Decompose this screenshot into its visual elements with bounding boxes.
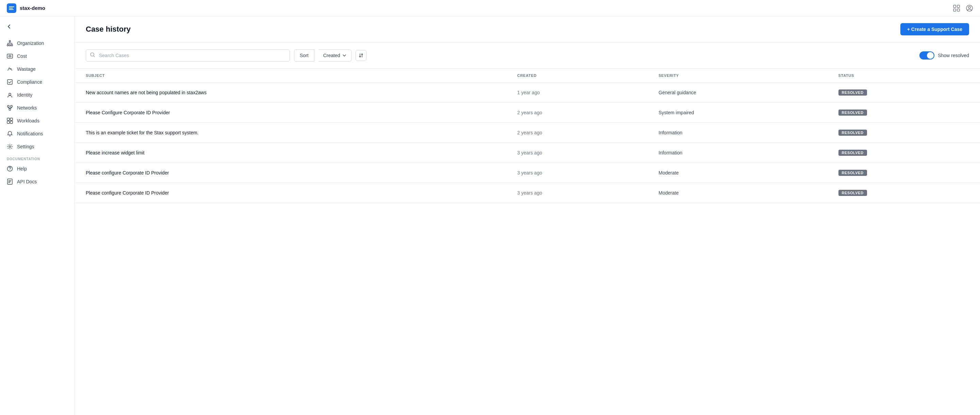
svg-rect-19	[10, 118, 13, 121]
svg-rect-16	[11, 105, 12, 107]
show-resolved-toggle[interactable]	[920, 51, 934, 59]
sidebar-label-cost: Cost	[17, 53, 27, 59]
table-body: New account names are not being populate…	[75, 83, 980, 203]
table-row[interactable]: Please Configure Corporate ID Provider 2…	[75, 103, 980, 123]
header-actions	[953, 5, 973, 12]
cell-status: RESOLVED	[827, 103, 980, 123]
sidebar-item-workloads[interactable]: Workloads	[0, 114, 75, 127]
status-badge: RESOLVED	[838, 170, 867, 176]
app-branding: stax-demo	[7, 3, 45, 13]
cell-subject: Please configure Corporate ID Provider	[75, 183, 506, 203]
svg-rect-17	[9, 108, 11, 110]
sort-field-dropdown[interactable]: Created	[318, 49, 352, 62]
sidebar-label-help: Help	[17, 166, 27, 172]
svg-rect-13	[8, 80, 12, 84]
sidebar-item-api-docs[interactable]: API Docs	[0, 175, 75, 188]
cell-status: RESOLVED	[827, 83, 980, 103]
search-cases-input[interactable]	[86, 49, 290, 62]
profile-icon[interactable]	[966, 5, 973, 12]
sidebar-label-compliance: Compliance	[17, 79, 42, 85]
svg-rect-20	[7, 121, 10, 124]
col-header-severity: SEVERITY	[648, 69, 827, 83]
api-docs-icon	[7, 178, 13, 185]
cell-status: RESOLVED	[827, 183, 980, 203]
app-logo-icon	[7, 3, 16, 13]
sidebar-item-wastage[interactable]: Wastage	[0, 63, 75, 76]
networks-icon	[7, 105, 13, 111]
sidebar-label-settings: Settings	[17, 144, 34, 149]
status-badge: RESOLVED	[838, 110, 867, 116]
sidebar-item-compliance[interactable]: Compliance	[0, 76, 75, 89]
show-resolved-label: Show resolved	[938, 53, 969, 58]
cases-table: SUBJECT CREATED SEVERITY STATUS New acco…	[75, 69, 980, 203]
cell-created: 3 years ago	[506, 183, 648, 203]
sidebar-item-identity[interactable]: Identity	[0, 89, 75, 101]
sort-button[interactable]: Sort	[294, 49, 314, 62]
notifications-icon	[7, 130, 13, 137]
table-row[interactable]: This is an example ticket for the Stax s…	[75, 123, 980, 143]
cell-severity: Information	[648, 143, 827, 163]
cell-status: RESOLVED	[827, 163, 980, 183]
sidebar-label-wastage: Wastage	[17, 66, 36, 72]
svg-point-22	[9, 146, 11, 148]
docs-section-label: DOCUMENTATION	[0, 153, 75, 162]
help-icon	[7, 166, 13, 172]
sidebar-item-cost[interactable]: Cost	[0, 50, 75, 63]
status-badge: RESOLVED	[838, 149, 867, 156]
cell-created: 3 years ago	[506, 143, 648, 163]
table-row[interactable]: Please configure Corporate ID Provider 3…	[75, 163, 980, 183]
table-row[interactable]: New account names are not being populate…	[75, 83, 980, 103]
cell-severity: System impaired	[648, 103, 827, 123]
status-badge: RESOLVED	[838, 190, 867, 196]
sidebar-label-notifications: Notifications	[17, 131, 43, 137]
sort-arrows-icon	[358, 53, 364, 58]
sidebar-item-organization[interactable]: Organization	[0, 37, 75, 50]
svg-rect-9	[9, 45, 11, 46]
sidebar-item-networks[interactable]: Networks	[0, 101, 75, 114]
cell-subject: This is an example ticket for the Stax s…	[75, 123, 506, 143]
settings-icon	[7, 143, 13, 149]
status-badge: RESOLVED	[838, 130, 867, 136]
table-row[interactable]: Please increase widget limit 3 years ago…	[75, 143, 980, 163]
table-row[interactable]: Please configure Corporate ID Provider 3…	[75, 183, 980, 203]
svg-rect-4	[957, 9, 959, 11]
svg-rect-1	[953, 5, 956, 8]
cell-status: RESOLVED	[827, 143, 980, 163]
sort-field-label: Created	[323, 53, 340, 58]
cell-created: 2 years ago	[506, 123, 648, 143]
svg-rect-3	[953, 9, 956, 11]
grid-icon[interactable]	[953, 5, 960, 12]
sidebar: Organization Cost Wastage Compliance	[0, 16, 75, 415]
sidebar-label-networks: Networks	[17, 105, 37, 111]
cell-created: 1 year ago	[506, 83, 648, 103]
sidebar-item-help[interactable]: Help	[0, 162, 75, 175]
page-header: Case history + Create a Support Case	[75, 16, 980, 43]
top-header: stax-demo	[0, 0, 980, 16]
sidebar-item-settings[interactable]: Settings	[0, 140, 75, 153]
status-badge: RESOLVED	[838, 89, 867, 95]
sidebar-collapse-button[interactable]	[0, 22, 75, 37]
cell-severity: Moderate	[648, 163, 827, 183]
cell-severity: Moderate	[648, 183, 827, 203]
sidebar-label-organization: Organization	[17, 40, 44, 46]
sort-direction-toggle[interactable]	[356, 50, 366, 61]
chevron-down-icon	[342, 53, 347, 57]
wastage-icon	[7, 66, 13, 72]
cell-subject: Please increase widget limit	[75, 143, 506, 163]
sidebar-label-identity: Identity	[17, 92, 32, 98]
sidebar-label-api-docs: API Docs	[17, 179, 37, 184]
col-header-subject: SUBJECT	[75, 69, 506, 83]
sidebar-item-notifications[interactable]: Notifications	[0, 127, 75, 140]
svg-rect-21	[10, 121, 13, 124]
sidebar-label-workloads: Workloads	[17, 118, 40, 124]
compliance-icon	[7, 79, 13, 85]
show-resolved-wrapper: Show resolved	[920, 51, 969, 59]
create-support-case-button[interactable]: + Create a Support Case	[900, 23, 969, 35]
svg-point-24	[10, 170, 10, 171]
cell-subject: New account names are not being populate…	[75, 83, 506, 103]
workloads-icon	[7, 118, 13, 124]
svg-point-14	[9, 93, 11, 95]
search-input-wrapper	[86, 49, 290, 62]
app-name: stax-demo	[20, 5, 45, 11]
cell-subject: Please configure Corporate ID Provider	[75, 163, 506, 183]
